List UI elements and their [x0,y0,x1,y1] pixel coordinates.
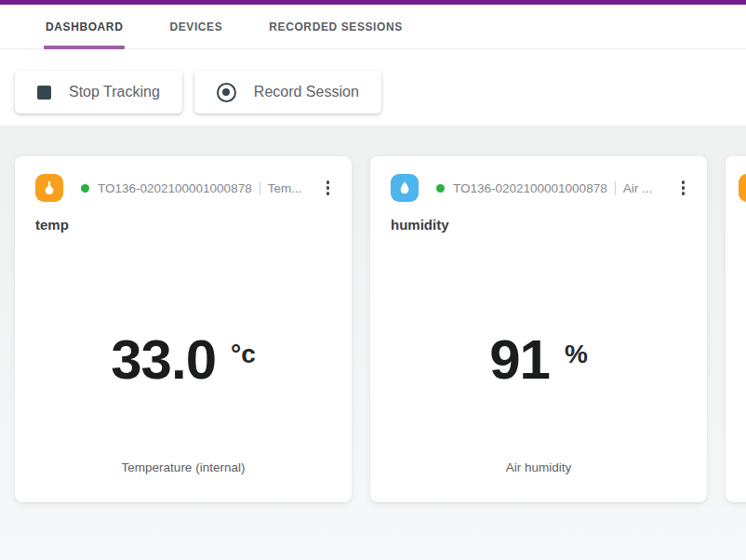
separator [615,181,616,195]
value-area: 33.0 °c [15,233,352,460]
sensor-caption: Temperature (internal) [15,460,352,474]
stop-tracking-label: Stop Tracking [69,84,160,100]
active-tab-indicator [44,46,125,49]
record-icon [217,83,236,102]
sensor-name: humidity [370,217,707,233]
metric-label: Air ... [623,181,653,195]
card-menu-button[interactable] [676,177,691,199]
stop-icon [37,86,51,100]
tab-recorded-sessions[interactable]: RECORDED SESSIONS [246,5,426,48]
device-id: TO136-0202100001000878 [98,181,252,195]
device-info: TO136-0202100001000878 Air ... [453,181,676,195]
card-header [726,156,746,202]
online-status-dot [81,184,89,193]
tab-devices[interactable]: DEVICES [146,5,246,48]
card-menu-button[interactable] [321,177,336,199]
card-header: TO136-0202100001000878 Tem... [15,156,352,202]
droplet-icon [391,174,419,202]
tab-dashboard-label: DASHBOARD [46,20,123,33]
tab-bar: DASHBOARD DEVICES RECORDED SESSIONS [0,5,746,49]
record-session-button[interactable]: Record Session [194,71,381,113]
metric-label: Tem... [268,181,302,195]
card-header: TO136-0202100001000878 Air ... [370,156,707,202]
thermometer-icon [739,174,746,202]
value-area: 91 % [370,233,707,460]
device-id: TO136-0202100001000878 [453,181,607,195]
dashboard-content: TO136-0202100001000878 Tem... temp 33.0 … [0,126,746,560]
record-session-label: Record Session [254,84,359,100]
sensor-card-temp: TO136-0202100001000878 Tem... temp 33.0 … [15,156,352,502]
thermometer-icon [35,174,63,202]
device-info: TO136-0202100001000878 Tem... [98,181,321,195]
app-window: DASHBOARD DEVICES RECORDED SESSIONS Stop… [0,0,746,560]
action-toolbar: Stop Tracking Record Session [0,49,746,126]
separator [260,181,260,195]
sensor-card-partial [726,156,746,502]
tab-recorded-sessions-label: RECORDED SESSIONS [269,20,403,33]
sensor-name: temp [15,217,352,233]
sensor-card-humidity: TO136-0202100001000878 Air ... humidity … [370,156,707,502]
online-status-dot [436,184,445,193]
sensor-caption: Air humidity [370,460,707,474]
sensor-unit: % [565,340,588,369]
sensor-value: 91 [489,327,550,392]
sensor-unit: °c [231,340,256,369]
sensor-cards-row: TO136-0202100001000878 Tem... temp 33.0 … [15,156,746,502]
tab-dashboard[interactable]: DASHBOARD [22,5,146,48]
tab-devices-label: DEVICES [169,20,222,33]
stop-tracking-button[interactable]: Stop Tracking [15,71,182,113]
sensor-value: 33.0 [111,327,216,392]
